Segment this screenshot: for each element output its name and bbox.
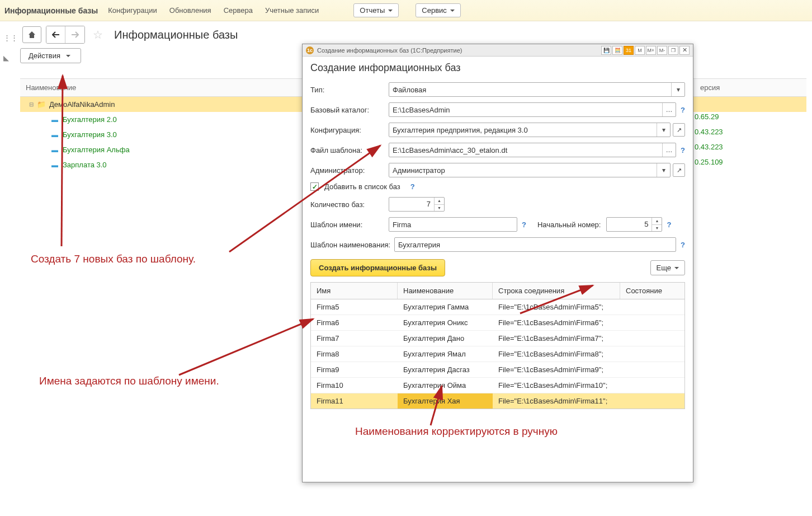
db-icon: ▬ [51, 131, 58, 139]
cell-state [620, 315, 684, 330]
cell-conn: File="E:\1cBasesAdmin\Firma9"; [493, 362, 620, 377]
basedir-input[interactable]: E:\1cBasesAdmin … [389, 102, 676, 117]
name-template-input[interactable]: Firma [389, 217, 517, 232]
admin-select[interactable]: Администратор ▾ [389, 163, 671, 177]
folder-icon: 📁 [37, 100, 46, 109]
help-icon[interactable]: ? [681, 106, 685, 114]
cell-title[interactable]: Бухгалтерия Дано [398, 331, 493, 346]
col-state-header[interactable]: Состояние [620, 283, 684, 299]
template-file-value: E:\1cBasesAdmin\acc_30_etalon.dt [393, 146, 662, 154]
basedir-value: E:\1cBasesAdmin [393, 106, 662, 114]
create-databases-button[interactable]: Создать информационные базы [310, 259, 445, 276]
home-button[interactable] [22, 26, 41, 43]
open-admin-button[interactable]: ↗ [673, 163, 685, 177]
tree-root-label: ДемоAlfaNikaAdmin [49, 100, 115, 109]
start-num-input[interactable]: 5 ▲ ▼ [606, 217, 662, 232]
help-icon[interactable]: ? [522, 221, 526, 229]
tb-save-icon[interactable]: 💾 [601, 46, 611, 55]
home-icon [27, 30, 36, 39]
tb-m-button[interactable]: M [635, 46, 645, 55]
more-button[interactable]: Еще [650, 260, 685, 275]
tree-item-version: 0.65.29 [689, 112, 801, 121]
reports-dropdown[interactable]: Отчеты [353, 3, 399, 17]
type-select[interactable]: Файловая ▾ [389, 82, 685, 97]
help-icon[interactable]: ? [681, 241, 685, 249]
template-file-input[interactable]: E:\1cBasesAdmin\acc_30_etalon.dt … [389, 143, 676, 157]
cell-title[interactable]: Бухгалтерия Хая [398, 393, 493, 409]
table-row[interactable]: Firma11Бухгалтерия ХаяFile="E:\1cBasesAd… [311, 393, 684, 409]
actions-button[interactable]: Действия [20, 48, 81, 63]
reports-label: Отчеты [360, 6, 385, 15]
browse-icon[interactable]: … [662, 103, 676, 116]
spinner-up-icon[interactable]: ▲ [652, 218, 662, 225]
tb-calendar-icon[interactable]: 31 [624, 46, 634, 55]
menu-updates[interactable]: Обновления [169, 6, 211, 15]
tb-close-button[interactable]: ✕ [679, 46, 690, 55]
back-button[interactable] [46, 26, 65, 43]
browse-icon[interactable]: … [662, 143, 676, 157]
menu-servers[interactable]: Сервера [224, 6, 253, 15]
tree-item-label: Зарплата 3.0 [63, 161, 107, 169]
add-to-list-checkbox[interactable]: ✓ [310, 182, 319, 191]
cell-conn: File="E:\1cBasesAdmin\Firma11"; [493, 393, 620, 409]
page-heading: Информационные базы [114, 29, 238, 41]
count-input[interactable]: 7 ▲ ▼ [389, 197, 445, 212]
cell-title[interactable]: Бухгалтерия Ойма [398, 378, 493, 393]
spinner-down-icon[interactable]: ▼ [652, 225, 662, 232]
pin-icon[interactable]: ◣ [3, 54, 12, 63]
arrow-right-icon [71, 31, 79, 38]
dialog-titlebar[interactable]: 1c Создание информационных баз (1С:Предп… [303, 44, 693, 57]
open-config-button[interactable]: ↗ [673, 123, 685, 137]
cell-title[interactable]: Бухгалтерия Ямал [398, 346, 493, 362]
spinner-down-icon[interactable]: ▼ [435, 205, 444, 212]
table-row[interactable]: Firma10Бухгалтерия ОймаFile="E:\1cBasesA… [311, 378, 684, 393]
col-conn-header[interactable]: Строка соединения [493, 283, 620, 299]
service-dropdown[interactable]: Сервис [416, 3, 461, 17]
dialog-title: Создание информационных баз (1С:Предприя… [317, 47, 601, 54]
cell-title[interactable]: Бухгалтерия Оникс [398, 315, 493, 330]
actions-label: Действия [29, 51, 60, 60]
dropdown-icon[interactable]: ▾ [671, 83, 684, 96]
tree-item-label: Бухгалтерия Альфа [63, 146, 130, 154]
col-name-header[interactable]: Имя [311, 283, 398, 299]
admin-value: Администратор [393, 166, 657, 175]
grid-icon[interactable]: ⋮⋮ [3, 34, 12, 43]
help-icon[interactable]: ? [667, 221, 671, 229]
result-table: Имя Наименование Строка соединения Состо… [310, 282, 685, 409]
spinner-up-icon[interactable]: ▲ [435, 198, 444, 205]
cell-state [620, 299, 684, 315]
cell-title[interactable]: Бухгалтерия Гамма [398, 299, 493, 315]
tb-calc-icon[interactable]: 🧮 [612, 46, 622, 55]
table-row[interactable]: Firma6Бухгалтерия ОниксFile="E:\1cBasesA… [311, 315, 684, 331]
col-title-header[interactable]: Наименование [398, 283, 493, 299]
cell-conn: File="E:\1cBasesAdmin\Firma8"; [493, 346, 620, 362]
tb-mminus-button[interactable]: M- [657, 46, 667, 55]
table-row[interactable]: Firma8Бухгалтерия ЯмалFile="E:\1cBasesAd… [311, 346, 684, 362]
tb-mplus-button[interactable]: M+ [646, 46, 656, 55]
db-icon: ▬ [51, 146, 58, 154]
cell-state [620, 393, 684, 409]
title-template-input[interactable]: Бухгалтерия [394, 237, 676, 252]
help-icon[interactable]: ? [410, 182, 415, 191]
cell-title[interactable]: Бухгалтерия Дасгаз [398, 362, 493, 377]
config-select[interactable]: Бухгалтерия предприятия, редакция 3.0 ▾ [389, 123, 671, 137]
collapse-icon[interactable]: ⊟ [28, 101, 35, 108]
help-icon[interactable]: ? [681, 146, 685, 154]
menu-config[interactable]: Конфигурации [108, 6, 157, 15]
menu-accounts[interactable]: Учетные записи [265, 6, 319, 15]
tb-restore-button[interactable]: ❐ [668, 46, 678, 55]
db-icon: ▬ [51, 161, 58, 169]
dropdown-icon[interactable]: ▾ [657, 123, 670, 137]
nav-history-group [46, 26, 85, 44]
cell-state [620, 346, 684, 362]
svg-line-2 [179, 319, 313, 375]
table-row[interactable]: Firma5Бухгалтерия ГаммаFile="E:\1cBasesA… [311, 299, 684, 315]
star-icon[interactable]: ☆ [93, 28, 103, 41]
dropdown-icon[interactable]: ▾ [657, 163, 670, 177]
title-template-label: Шаблон наименования: [310, 241, 394, 249]
service-label: Сервис [422, 6, 447, 15]
tree-header-version[interactable]: ерсия [695, 79, 806, 96]
table-row[interactable]: Firma7Бухгалтерия ДаноFile="E:\1cBasesAd… [311, 331, 684, 346]
forward-button[interactable] [65, 26, 84, 43]
table-row[interactable]: Firma9Бухгалтерия ДасгазFile="E:\1cBases… [311, 362, 684, 378]
